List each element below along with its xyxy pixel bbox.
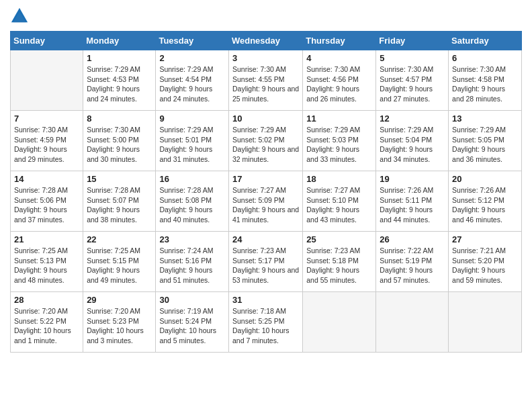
day-number: 4 [306, 53, 372, 63]
day-number: 3 [232, 53, 299, 63]
calendar-cell: 4Sunrise: 7:30 AM Sunset: 4:56 PM Daylig… [303, 50, 376, 111]
day-number: 2 [159, 53, 225, 63]
day-info: Sunrise: 7:30 AM Sunset: 4:59 PM Dayligh… [14, 125, 79, 165]
calendar-cell: 19Sunrise: 7:26 AM Sunset: 5:11 PM Dayli… [376, 171, 449, 232]
day-info: Sunrise: 7:27 AM Sunset: 5:09 PM Dayligh… [232, 185, 299, 225]
calendar-cell: 18Sunrise: 7:27 AM Sunset: 5:10 PM Dayli… [303, 171, 376, 232]
header-day-sunday: Sunday [11, 32, 83, 50]
day-info: Sunrise: 7:29 AM Sunset: 5:02 PM Dayligh… [232, 125, 299, 165]
calendar-cell: 15Sunrise: 7:28 AM Sunset: 5:07 PM Dayli… [83, 171, 156, 232]
day-number: 23 [159, 234, 225, 244]
day-number: 10 [232, 113, 299, 124]
calendar-cell: 14Sunrise: 7:28 AM Sunset: 5:06 PM Dayli… [11, 171, 83, 232]
day-number: 30 [159, 295, 225, 305]
day-info: Sunrise: 7:29 AM Sunset: 5:04 PM Dayligh… [380, 125, 445, 165]
day-info: Sunrise: 7:28 AM Sunset: 5:08 PM Dayligh… [159, 185, 225, 225]
header-day-friday: Friday [376, 32, 449, 50]
calendar-cell: 5Sunrise: 7:30 AM Sunset: 4:57 PM Daylig… [376, 50, 449, 111]
day-number: 16 [159, 174, 225, 184]
day-number: 29 [87, 295, 152, 305]
calendar-cell: 30Sunrise: 7:19 AM Sunset: 5:24 PM Dayli… [156, 292, 229, 353]
day-number: 28 [14, 295, 79, 305]
calendar-cell: 27Sunrise: 7:21 AM Sunset: 5:20 PM Dayli… [449, 232, 522, 292]
header-day-saturday: Saturday [449, 32, 522, 50]
day-info: Sunrise: 7:26 AM Sunset: 5:12 PM Dayligh… [452, 185, 518, 225]
day-number: 7 [14, 113, 79, 124]
week-row-5: 28Sunrise: 7:20 AM Sunset: 5:22 PM Dayli… [11, 292, 522, 353]
day-number: 11 [306, 113, 372, 124]
day-number: 22 [87, 234, 152, 244]
day-info: Sunrise: 7:30 AM Sunset: 4:56 PM Dayligh… [306, 64, 372, 104]
calendar-cell [376, 292, 449, 353]
day-number: 13 [452, 113, 518, 124]
day-number: 26 [380, 234, 445, 244]
calendar-cell [303, 292, 376, 353]
calendar-cell: 7Sunrise: 7:30 AM Sunset: 4:59 PM Daylig… [11, 111, 83, 171]
day-number: 6 [452, 53, 518, 63]
calendar-header-row: SundayMondayTuesdayWednesdayThursdayFrid… [11, 32, 522, 50]
day-number: 12 [380, 113, 445, 124]
day-info: Sunrise: 7:29 AM Sunset: 4:53 PM Dayligh… [87, 64, 152, 104]
week-row-2: 7Sunrise: 7:30 AM Sunset: 4:59 PM Daylig… [11, 111, 522, 171]
calendar-cell: 3Sunrise: 7:30 AM Sunset: 4:55 PM Daylig… [228, 50, 302, 111]
day-info: Sunrise: 7:23 AM Sunset: 5:17 PM Dayligh… [232, 246, 299, 285]
calendar-cell: 22Sunrise: 7:25 AM Sunset: 5:15 PM Dayli… [83, 232, 156, 292]
calendar-cell: 29Sunrise: 7:20 AM Sunset: 5:23 PM Dayli… [83, 292, 156, 353]
day-info: Sunrise: 7:21 AM Sunset: 5:20 PM Dayligh… [452, 246, 518, 285]
calendar-cell: 11Sunrise: 7:29 AM Sunset: 5:03 PM Dayli… [303, 111, 376, 171]
day-number: 31 [232, 295, 299, 305]
day-info: Sunrise: 7:18 AM Sunset: 5:25 PM Dayligh… [232, 306, 299, 346]
day-info: Sunrise: 7:30 AM Sunset: 4:57 PM Dayligh… [380, 64, 445, 104]
day-number: 25 [306, 234, 372, 244]
day-info: Sunrise: 7:25 AM Sunset: 5:13 PM Dayligh… [14, 246, 79, 285]
day-info: Sunrise: 7:25 AM Sunset: 5:15 PM Dayligh… [87, 246, 152, 285]
calendar-cell: 9Sunrise: 7:29 AM Sunset: 5:01 PM Daylig… [156, 111, 229, 171]
day-info: Sunrise: 7:27 AM Sunset: 5:10 PM Dayligh… [306, 185, 372, 225]
calendar-cell: 24Sunrise: 7:23 AM Sunset: 5:17 PM Dayli… [228, 232, 302, 292]
calendar-cell: 6Sunrise: 7:30 AM Sunset: 4:58 PM Daylig… [449, 50, 522, 111]
day-info: Sunrise: 7:19 AM Sunset: 5:24 PM Dayligh… [159, 306, 225, 346]
day-info: Sunrise: 7:20 AM Sunset: 5:22 PM Dayligh… [14, 306, 79, 346]
day-info: Sunrise: 7:29 AM Sunset: 5:05 PM Dayligh… [452, 125, 518, 165]
calendar-cell: 1Sunrise: 7:29 AM Sunset: 4:53 PM Daylig… [83, 50, 156, 111]
day-number: 9 [159, 113, 225, 124]
calendar-cell: 17Sunrise: 7:27 AM Sunset: 5:09 PM Dayli… [228, 171, 302, 232]
calendar-cell: 23Sunrise: 7:24 AM Sunset: 5:16 PM Dayli… [156, 232, 229, 292]
header-day-wednesday: Wednesday [228, 32, 302, 50]
day-info: Sunrise: 7:29 AM Sunset: 4:54 PM Dayligh… [159, 64, 225, 104]
day-number: 27 [452, 234, 518, 244]
day-number: 1 [87, 53, 152, 63]
day-number: 21 [14, 234, 79, 244]
calendar-cell: 10Sunrise: 7:29 AM Sunset: 5:02 PM Dayli… [228, 111, 302, 171]
header-day-thursday: Thursday [303, 32, 376, 50]
day-info: Sunrise: 7:30 AM Sunset: 5:00 PM Dayligh… [87, 125, 152, 165]
day-info: Sunrise: 7:24 AM Sunset: 5:16 PM Dayligh… [159, 246, 225, 285]
day-number: 15 [87, 174, 152, 184]
day-number: 19 [380, 174, 445, 184]
day-info: Sunrise: 7:28 AM Sunset: 5:07 PM Dayligh… [87, 185, 152, 225]
page-header [10, 7, 522, 26]
day-number: 17 [232, 174, 299, 184]
day-info: Sunrise: 7:29 AM Sunset: 5:01 PM Dayligh… [159, 125, 225, 165]
calendar-cell: 2Sunrise: 7:29 AM Sunset: 4:54 PM Daylig… [156, 50, 229, 111]
day-number: 20 [452, 174, 518, 184]
day-number: 8 [87, 113, 152, 124]
day-info: Sunrise: 7:28 AM Sunset: 5:06 PM Dayligh… [14, 185, 79, 225]
calendar-cell: 13Sunrise: 7:29 AM Sunset: 5:05 PM Dayli… [449, 111, 522, 171]
day-info: Sunrise: 7:20 AM Sunset: 5:23 PM Dayligh… [87, 306, 152, 346]
calendar-cell: 26Sunrise: 7:22 AM Sunset: 5:19 PM Dayli… [376, 232, 449, 292]
day-info: Sunrise: 7:30 AM Sunset: 4:58 PM Dayligh… [452, 64, 518, 104]
day-info: Sunrise: 7:26 AM Sunset: 5:11 PM Dayligh… [380, 185, 445, 225]
week-row-3: 14Sunrise: 7:28 AM Sunset: 5:06 PM Dayli… [11, 171, 522, 232]
calendar-cell: 28Sunrise: 7:20 AM Sunset: 5:22 PM Dayli… [11, 292, 83, 353]
logo [10, 7, 32, 26]
day-number: 18 [306, 174, 372, 184]
calendar-table: SundayMondayTuesdayWednesdayThursdayFrid… [10, 31, 522, 353]
calendar-cell: 20Sunrise: 7:26 AM Sunset: 5:12 PM Dayli… [449, 171, 522, 232]
calendar-cell: 21Sunrise: 7:25 AM Sunset: 5:13 PM Dayli… [11, 232, 83, 292]
week-row-1: 1Sunrise: 7:29 AM Sunset: 4:53 PM Daylig… [11, 50, 522, 111]
week-row-4: 21Sunrise: 7:25 AM Sunset: 5:13 PM Dayli… [11, 232, 522, 292]
calendar-cell: 16Sunrise: 7:28 AM Sunset: 5:08 PM Dayli… [156, 171, 229, 232]
calendar-cell [449, 292, 522, 353]
day-number: 14 [14, 174, 79, 184]
